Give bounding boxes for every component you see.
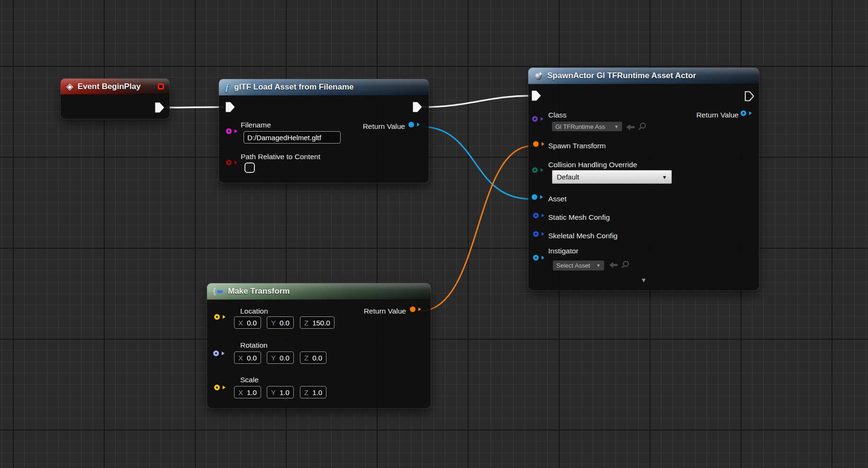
exec-in-pin[interactable]	[531, 90, 542, 102]
function-icon: ƒ	[225, 82, 230, 92]
class-select-dropdown[interactable]: Gl TFRuntime Ass ▼	[552, 122, 622, 131]
exec-out-pin[interactable]	[412, 101, 423, 113]
collision-handling-enum-pin[interactable]	[532, 167, 538, 173]
spawn-transform-pin[interactable]	[533, 141, 539, 147]
class-pin[interactable]	[532, 116, 538, 122]
axis-value: 0.0	[247, 319, 257, 327]
rotation-rotator-pin[interactable]	[213, 351, 219, 356]
return-value-object-pin[interactable]	[741, 110, 746, 116]
class-select-value: Gl TFRuntime Ass	[555, 123, 605, 130]
axis-value: 0.0	[280, 354, 289, 362]
return-value-object-pin[interactable]	[408, 122, 414, 127]
use-selected-asset-icon[interactable]	[626, 124, 635, 131]
axis-letter: X	[238, 354, 243, 362]
node-title-event-beginplay: Event BeginPlay	[78, 82, 141, 91]
event-red-square-icon	[158, 83, 164, 90]
node-make-transform[interactable]: Make Transform Location X 0.0 Y 0.0 Z 15…	[207, 283, 431, 408]
use-selected-asset-icon[interactable]	[609, 261, 618, 269]
path-relative-bool-pin[interactable]	[226, 160, 232, 165]
browse-asset-magnifier-icon[interactable]	[638, 122, 647, 131]
skeletal-mesh-config-pin[interactable]	[533, 231, 539, 237]
collision-handling-pin-label: Collision Handling Override	[548, 161, 637, 169]
axis-value: 0.0	[280, 319, 289, 327]
node-expand-arrow-icon[interactable]: ▼	[528, 277, 759, 283]
chevron-down-icon: ▼	[662, 174, 667, 180]
filename-pin-label: Filename	[241, 121, 271, 129]
browse-asset-magnifier-icon[interactable]	[621, 260, 630, 269]
scale-x-input[interactable]: X 1.0	[234, 386, 261, 398]
chevron-down-icon: ▼	[596, 263, 601, 268]
return-value-transform-pin[interactable]	[410, 306, 416, 312]
axis-letter: Y	[271, 354, 276, 362]
axis-letter: Y	[271, 319, 276, 327]
instigator-select-value: Select Asset	[556, 262, 590, 269]
node-header-event-beginplay[interactable]: ◈ Event BeginPlay	[61, 79, 170, 95]
static-mesh-config-pin-label: Static Mesh Config	[548, 213, 610, 222]
scale-pin-label: Scale	[240, 376, 259, 384]
instigator-object-pin[interactable]	[533, 255, 539, 261]
node-header-make-transform[interactable]: Make Transform	[207, 283, 431, 300]
exec-out-pin[interactable]	[744, 90, 755, 102]
node-gltf-load-asset[interactable]: ƒ glTF Load Asset from Filename Filename…	[219, 79, 429, 183]
rotation-pin-label: Rotation	[240, 341, 268, 350]
make-struct-icon	[213, 288, 224, 296]
data-wire-gltf-returnvalue-to-asset[interactable]	[420, 126, 531, 199]
return-value-pin-label: Return Value	[363, 122, 405, 131]
return-value-pin-label: Return Value	[696, 111, 739, 119]
axis-letter: Z	[304, 319, 308, 327]
return-value-pin-label: Return Value	[364, 307, 406, 315]
axis-letter: Z	[304, 354, 308, 362]
data-wire-maketransform-to-spawntransform[interactable]	[421, 146, 532, 311]
spawn-actor-icon	[534, 72, 543, 81]
chevron-down-icon: ▼	[614, 124, 619, 129]
axis-letter: Y	[271, 388, 276, 396]
axis-value: 0.0	[312, 354, 322, 362]
blueprint-graph-canvas[interactable]: ◈ Event BeginPlay ƒ glTF Load Asset from…	[0, 0, 868, 468]
skeletal-mesh-config-pin-label: Skeletal Mesh Config	[548, 232, 617, 240]
axis-letter: Z	[304, 388, 308, 396]
collision-handling-value: Default	[557, 173, 579, 181]
scale-y-input[interactable]: Y 1.0	[267, 386, 294, 398]
filename-string-pin[interactable]	[226, 128, 232, 134]
class-pin-label: Class	[548, 111, 567, 119]
node-spawnactor-gltfruntime-asset-actor[interactable]: SpawnActor Gl TFRuntime Asset Actor Clas…	[528, 68, 759, 290]
asset-pin-label: Asset	[548, 195, 567, 203]
instigator-pin-label: Instigator	[548, 247, 579, 255]
axis-value: 150.0	[312, 319, 330, 327]
scale-z-input[interactable]: Z 1.0	[300, 386, 326, 398]
node-event-beginplay[interactable]: ◈ Event BeginPlay	[61, 79, 170, 119]
axis-value: 1.0	[312, 388, 322, 396]
location-z-input[interactable]: Z 150.0	[300, 316, 335, 329]
axis-value: 1.0	[280, 388, 289, 396]
static-mesh-config-pin[interactable]	[533, 213, 539, 218]
scale-vector-pin[interactable]	[214, 385, 220, 390]
location-y-input[interactable]: Y 0.0	[267, 316, 294, 329]
filename-text-input[interactable]: D:/DamagedHelmet.gltf	[244, 131, 341, 144]
location-pin-label: Location	[240, 307, 268, 315]
rotation-y-input[interactable]: Y 0.0	[267, 351, 294, 364]
path-relative-checkbox[interactable]	[244, 162, 255, 173]
exec-in-pin[interactable]	[225, 101, 236, 113]
asset-object-pin[interactable]	[532, 194, 537, 200]
location-x-input[interactable]: X 0.0	[234, 316, 261, 329]
location-vector-pin[interactable]	[214, 314, 220, 320]
exec-wire-beginplay-to-gltf[interactable]	[166, 107, 224, 108]
rotation-x-input[interactable]: X 0.0	[234, 351, 261, 364]
node-title-gltf-load-asset: glTF Load Asset from Filename	[234, 82, 354, 92]
node-title-make-transform: Make Transform	[228, 287, 289, 296]
collision-handling-dropdown[interactable]: Default ▼	[552, 170, 672, 184]
axis-letter: X	[238, 319, 243, 327]
spawn-transform-pin-label: Spawn Transform	[548, 142, 606, 150]
node-header-gltf-load-asset[interactable]: ƒ glTF Load Asset from Filename	[219, 79, 429, 96]
exec-out-pin[interactable]	[154, 101, 165, 114]
exec-wire-gltf-to-spawnactor[interactable]	[422, 96, 531, 107]
node-header-spawnactor[interactable]: SpawnActor Gl TFRuntime Asset Actor	[528, 68, 759, 84]
rotation-z-input[interactable]: Z 0.0	[300, 351, 326, 364]
axis-letter: X	[238, 388, 243, 396]
axis-value: 0.0	[247, 354, 257, 362]
axis-value: 1.0	[247, 388, 257, 396]
instigator-select-asset-dropdown[interactable]: Select Asset ▼	[553, 261, 604, 270]
node-title-spawnactor: SpawnActor Gl TFRuntime Asset Actor	[547, 71, 696, 81]
path-relative-pin-label: Path Relative to Content	[241, 153, 320, 161]
event-icon: ◈	[66, 82, 73, 91]
